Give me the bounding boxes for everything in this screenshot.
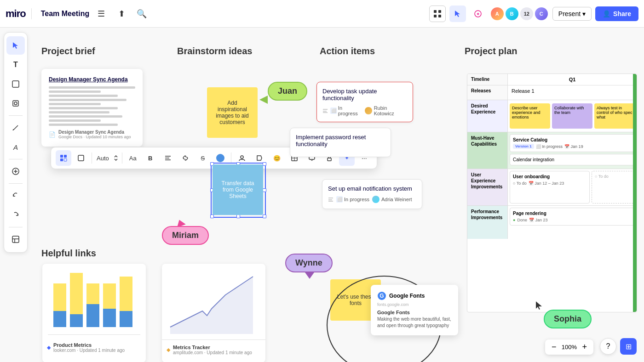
svg-rect-3 [438, 15, 441, 17]
sticky-note-blue-selected[interactable]: Transfer data from Google Sheets [213, 164, 264, 216]
ft-link-btn[interactable] [178, 150, 193, 166]
text3-tool[interactable]: A [6, 138, 25, 156]
plan-release1: Release 1 [508, 85, 637, 100]
juan-label-container: Juan [268, 82, 307, 101]
product-metrics-info: Product Metrics looker.com · Updated 1 m… [53, 342, 125, 353]
redo-tool[interactable] [6, 206, 25, 224]
assignee-name-3: Adria Weinert [381, 197, 412, 202]
topbar-right: ✦ A B 12 C Present ▾ 👤 Share [429, 6, 638, 22]
svg-text:G: G [380, 293, 384, 299]
plan-service-catalog-card[interactable]: Service Catalog Version 1 ⬜ In progress … [510, 134, 635, 152]
action-card-2[interactable]: Implement password reset functionality [290, 128, 391, 157]
pen-tool[interactable] [6, 119, 25, 137]
add-tool[interactable] [6, 162, 25, 181]
action-status-3: ⬜ In progress Adria Weinert [328, 196, 416, 203]
chevron-down-icon: ▾ [582, 10, 586, 17]
cursor-button[interactable] [449, 6, 466, 22]
ft-color-btn[interactable] [213, 150, 228, 166]
svg-rect-20 [60, 158, 63, 161]
ft-bold-btn[interactable]: B [143, 150, 158, 166]
bar-group-4 [103, 283, 116, 327]
zoom-out-button[interactable]: − [550, 342, 558, 352]
bar-chart [48, 268, 140, 333]
svg-rect-18 [60, 155, 63, 158]
magic-button[interactable]: ✦ [470, 6, 486, 22]
expand-icon: ⊞ [626, 342, 632, 351]
avatar-group: A B 12 C [490, 6, 549, 21]
looker-icon: ◆ [47, 345, 51, 351]
plan-card-purple-1[interactable]: Collaborate with the team [552, 103, 592, 129]
shapes-tool[interactable] [6, 94, 25, 113]
gf-card-name: Google Fonts [377, 310, 452, 315]
ft-layout-btn[interactable] [56, 150, 71, 166]
sophia-cursor [535, 300, 544, 313]
bar-stack-1 [53, 283, 66, 327]
metrics-tracker-footer: ◆ Metrics Tracker amplitude.com · Update… [162, 342, 265, 358]
ft-emoji-btn[interactable]: 😊 [269, 150, 285, 166]
ft-frame-btn[interactable] [73, 150, 89, 166]
metrics-tracker-card[interactable]: ◆ Metrics Tracker amplitude.com · Update… [162, 264, 265, 362]
zoom-in-button[interactable]: + [580, 342, 589, 352]
text-tool[interactable]: T [6, 56, 25, 74]
plan-new-item[interactable]: ○ To do [592, 171, 635, 204]
zoom-controls: − 100% + [545, 339, 593, 355]
menu-button[interactable]: ☰ [93, 6, 109, 22]
product-metrics-title: Product Metrics [53, 342, 125, 348]
action-status-text-3: In progress [344, 197, 369, 202]
sticky-note-tool[interactable] [6, 75, 25, 93]
grid-button[interactable] [429, 6, 446, 22]
plan-releases-row: Releases Release 1 [467, 85, 637, 100]
svg-point-10 [14, 102, 17, 105]
gf-name: Google Fonts [389, 293, 425, 299]
section-project-plan: Project plan [465, 46, 517, 57]
wynne-name: Wynne [295, 258, 322, 267]
svg-point-26 [241, 156, 243, 158]
help-icon: ? [606, 342, 610, 351]
line-chart-area [162, 264, 265, 342]
help-button[interactable]: ? [600, 338, 616, 355]
plan-user-onboarding-card[interactable]: User onboarding ○ To do 📅 Jan 12 – Jan 2… [510, 171, 590, 204]
plan-page-rendering-card[interactable]: Page rendering ● Done 📅 Jan 23 [510, 208, 635, 226]
product-metrics-sub: looker.com · Updated 1 minute ago [53, 348, 125, 353]
plan-card-yellow-1[interactable]: Describe user experience and emotions [510, 103, 550, 129]
juan-label[interactable]: Juan [268, 82, 307, 101]
sticky-note-blue-container: Transfer data from Google Sheets [213, 164, 264, 216]
present-button[interactable]: Present ▾ [552, 7, 592, 21]
action-card-3[interactable]: Set up email notification system ⬜ In pr… [322, 179, 422, 209]
ft-font-btn[interactable]: Aa [125, 150, 141, 166]
plan-desired-exp-row: Desired Experience Describe user experie… [467, 100, 637, 132]
metrics-tracker-sub: amplitude.com · Updated 1 minute ago [173, 350, 252, 355]
sticky-note-yellow-1[interactable]: Add inspirational images to aid customer… [207, 87, 258, 138]
select-tool[interactable] [6, 36, 25, 55]
bar-stack-4 [103, 283, 116, 327]
bar-stack-2 [70, 273, 83, 327]
search-button[interactable]: 🔍 [133, 6, 150, 22]
upload-button[interactable]: ⬆ [113, 6, 130, 22]
svg-rect-9 [13, 101, 18, 106]
undo-tool[interactable] [6, 187, 25, 205]
plan-onboarding-meta: ○ To do 📅 Jan 12 – Jan 23 [513, 181, 586, 186]
plan-calendar-card[interactable]: Calendar integration [510, 154, 635, 165]
sophia-label[interactable]: Sophia [544, 310, 592, 328]
miro-logo: miro [6, 8, 26, 20]
panel-tool[interactable] [6, 230, 25, 249]
plan-perf-content: Page rendering ● Done 📅 Jan 23 [508, 206, 637, 239]
bar-group-3 [86, 283, 99, 327]
ft-strike-btn[interactable]: S [195, 150, 211, 166]
ft-divider-1 [92, 153, 92, 164]
share-button[interactable]: 👤 Share [595, 6, 638, 21]
gf-desc: Making the web more beautiful, fast, and… [377, 316, 452, 329]
action-card-1[interactable]: Develop task update functionality ⬜ In p… [316, 82, 413, 122]
plan-card-yellow-2[interactable]: Always test in control of who spec what [594, 103, 635, 129]
plan-in-progress: ⬜ In progress [536, 144, 563, 149]
google-fonts-card[interactable]: G Google Fonts fonts.google.com Google F… [371, 285, 458, 335]
ft-align-btn[interactable] [160, 150, 176, 166]
product-metrics-card[interactable]: ◆ Product Metrics looker.com · Updated 1… [42, 264, 146, 362]
wynne-label-container: Wynne [285, 254, 333, 272]
wynne-label[interactable]: Wynne [285, 254, 333, 272]
expand-button[interactable]: ⊞ [620, 338, 637, 355]
miriam-label[interactable]: Miriam [162, 226, 209, 245]
section-project-brief: Project brief [41, 46, 95, 57]
plan-new-item-text: ○ To do [595, 174, 609, 179]
zoom-level: 100% [560, 344, 578, 351]
